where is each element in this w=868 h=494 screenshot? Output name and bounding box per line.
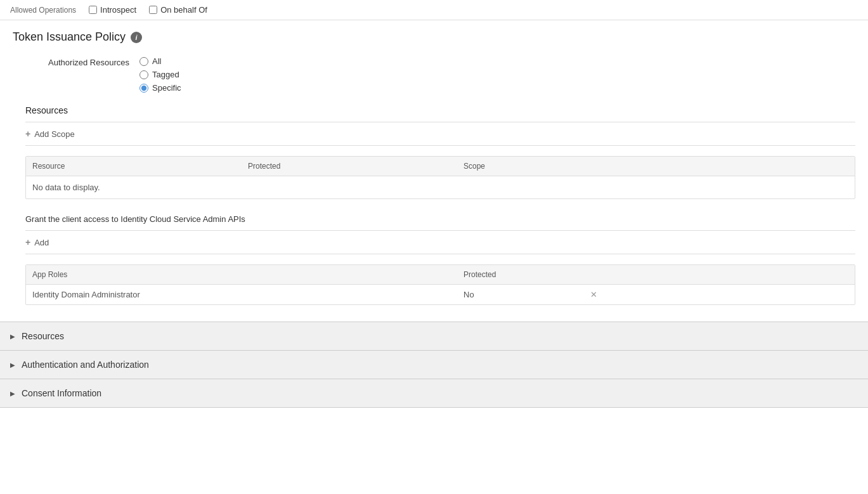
add-scope-row[interactable]: + Add Scope bbox=[25, 122, 855, 146]
add-scope-label: Add Scope bbox=[34, 129, 75, 139]
on-behalf-of-checkbox-item[interactable]: On behalf Of bbox=[149, 5, 207, 15]
add-admin-plus-icon: + bbox=[25, 237, 30, 247]
admin-protected-col-header: Protected bbox=[463, 270, 590, 279]
introspect-label: Introspect bbox=[100, 5, 136, 15]
radio-specific-item[interactable]: Specific bbox=[139, 83, 181, 93]
scope-col-header: Scope bbox=[463, 162, 848, 171]
introspect-checkbox[interactable] bbox=[89, 6, 97, 14]
radio-tagged-item[interactable]: Tagged bbox=[139, 70, 181, 79]
add-scope-plus-icon: + bbox=[25, 129, 30, 139]
info-icon[interactable]: i bbox=[131, 32, 142, 43]
radio-tagged-label: Tagged bbox=[152, 70, 179, 79]
collapsible-sections: ▶ Resources ▶ Authentication and Authori… bbox=[0, 322, 868, 408]
consent-chevron-icon: ▶ bbox=[10, 390, 15, 397]
radio-tagged[interactable] bbox=[139, 70, 148, 79]
collapsible-auth-authz-label: Authentication and Authorization bbox=[22, 360, 149, 370]
protected-value: No bbox=[463, 290, 590, 299]
allowed-operations-label: Allowed Operations bbox=[10, 6, 76, 15]
radio-specific-label: Specific bbox=[152, 83, 181, 93]
authorized-resources-radio-group: All Tagged Specific bbox=[139, 56, 181, 93]
authorized-resources-row: Authorized Resources All Tagged Specific bbox=[13, 56, 855, 93]
resources-section: Resources + Add Scope Resource Protected… bbox=[25, 105, 855, 305]
add-admin-label: Add bbox=[34, 238, 49, 247]
grant-title: Grant the client access to Identity Clou… bbox=[25, 214, 855, 224]
token-issuance-policy-heading: Token Issuance Policy i bbox=[13, 30, 855, 44]
protected-col-header: Protected bbox=[248, 162, 463, 171]
radio-specific[interactable] bbox=[139, 84, 148, 93]
main-content: Token Issuance Policy i Authorized Resou… bbox=[0, 20, 868, 315]
app-roles-col-header: App Roles bbox=[32, 270, 463, 279]
resources-heading: Resources bbox=[25, 105, 855, 115]
admin-table: App Roles Protected Identity Domain Admi… bbox=[25, 264, 855, 305]
collapsible-resources[interactable]: ▶ Resources bbox=[0, 322, 868, 351]
collapsible-consent-info[interactable]: ▶ Consent Information bbox=[0, 379, 868, 408]
authorized-resources-label: Authorized Resources bbox=[13, 56, 139, 67]
no-data-message: No data to display. bbox=[26, 176, 855, 198]
table-row: Identity Domain Administrator No ✕ bbox=[26, 285, 855, 304]
resource-col-header: Resource bbox=[32, 162, 248, 171]
on-behalf-of-checkbox[interactable] bbox=[149, 6, 157, 14]
admin-action-col-header bbox=[590, 270, 848, 279]
on-behalf-of-label: On behalf Of bbox=[160, 5, 207, 15]
radio-all[interactable] bbox=[139, 57, 148, 66]
resources-table: Resource Protected Scope No data to disp… bbox=[25, 156, 855, 199]
collapsible-consent-label: Consent Information bbox=[22, 388, 101, 398]
token-issuance-policy-title: Token Issuance Policy bbox=[13, 30, 126, 44]
add-admin-row[interactable]: + Add bbox=[25, 230, 855, 254]
top-bar: Allowed Operations Introspect On behalf … bbox=[0, 0, 868, 20]
radio-all-item[interactable]: All bbox=[139, 56, 181, 66]
app-role-value: Identity Domain Administrator bbox=[32, 290, 463, 299]
admin-table-header: App Roles Protected bbox=[26, 265, 855, 285]
resources-table-header: Resource Protected Scope bbox=[26, 157, 855, 176]
introspect-checkbox-item[interactable]: Introspect bbox=[89, 5, 136, 15]
collapsible-resources-label: Resources bbox=[22, 331, 64, 341]
resources-chevron-icon: ▶ bbox=[10, 333, 15, 340]
auth-authz-chevron-icon: ▶ bbox=[10, 361, 15, 368]
radio-all-label: All bbox=[152, 56, 161, 66]
collapsible-auth-authorization[interactable]: ▶ Authentication and Authorization bbox=[0, 351, 868, 379]
remove-button[interactable]: ✕ bbox=[590, 290, 597, 299]
remove-cell: ✕ bbox=[590, 290, 848, 299]
grant-section: Grant the client access to Identity Clou… bbox=[25, 214, 855, 305]
